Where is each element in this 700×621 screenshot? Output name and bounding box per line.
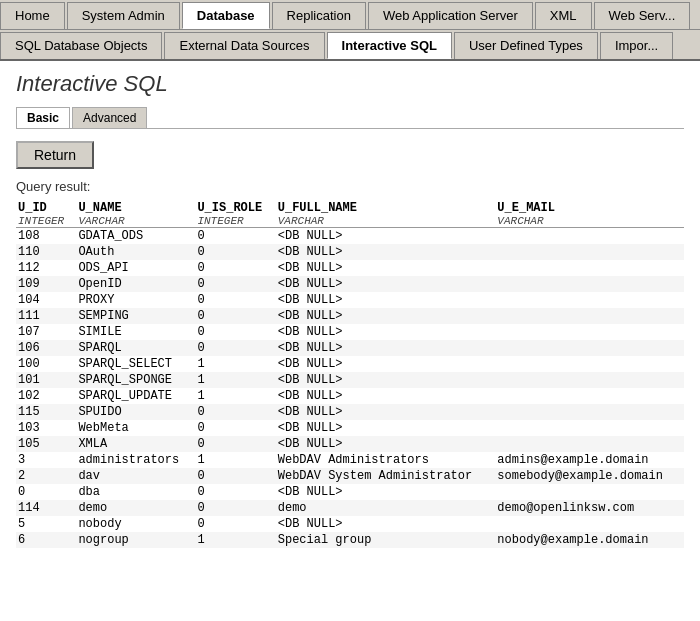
table-cell: <DB NULL> xyxy=(276,228,496,245)
tab-xml[interactable]: XML xyxy=(535,2,592,29)
table-cell: WebDAV Administrators xyxy=(276,452,496,468)
table-cell: GDATA_ODS xyxy=(76,228,195,245)
table-cell: 114 xyxy=(16,500,76,516)
tab-replication[interactable]: Replication xyxy=(272,2,366,29)
table-cell: nogroup xyxy=(76,532,195,548)
table-cell: 103 xyxy=(16,420,76,436)
table-cell xyxy=(495,292,684,308)
table-cell: nobody xyxy=(76,516,195,532)
table-cell: 0 xyxy=(195,260,275,276)
table-cell: SPARQL xyxy=(76,340,195,356)
table-cell xyxy=(495,244,684,260)
table-cell: <DB NULL> xyxy=(276,516,496,532)
table-cell: dba xyxy=(76,484,195,500)
table-row: 105XMLA0<DB NULL> xyxy=(16,436,684,452)
table-cell: Special group xyxy=(276,532,496,548)
table-cell: 0 xyxy=(195,468,275,484)
tab-home[interactable]: Home xyxy=(0,2,65,29)
table-row: 111SEMPING0<DB NULL> xyxy=(16,308,684,324)
table-cell: SPARQL_SELECT xyxy=(76,356,195,372)
table-cell: demo@openlinksw.com xyxy=(495,500,684,516)
table-row: 0dba0<DB NULL> xyxy=(16,484,684,500)
result-table: U_ID INTEGER U_NAME VARCHAR U_IS_ROLE IN… xyxy=(16,200,684,548)
table-row: 107SIMILE0<DB NULL> xyxy=(16,324,684,340)
table-cell: 100 xyxy=(16,356,76,372)
table-cell xyxy=(495,228,684,245)
tab-web-application-server[interactable]: Web Application Server xyxy=(368,2,533,29)
table-cell: <DB NULL> xyxy=(276,436,496,452)
table-row: 101SPARQL_SPONGE1<DB NULL> xyxy=(16,372,684,388)
table-cell: 0 xyxy=(195,420,275,436)
tab-interactive-sql[interactable]: Interactive SQL xyxy=(327,32,452,59)
col-header-uname: U_NAME VARCHAR xyxy=(76,200,195,228)
tab-external-data-sources[interactable]: External Data Sources xyxy=(164,32,324,59)
page-title: Interactive SQL xyxy=(16,71,684,97)
table-cell: <DB NULL> xyxy=(276,484,496,500)
table-cell: 0 xyxy=(195,276,275,292)
table-cell: SEMPING xyxy=(76,308,195,324)
table-row: 112ODS_API0<DB NULL> xyxy=(16,260,684,276)
table-cell: PROXY xyxy=(76,292,195,308)
table-row: 3administrators1WebDAV Administratorsadm… xyxy=(16,452,684,468)
table-cell: <DB NULL> xyxy=(276,260,496,276)
table-cell: OpenID xyxy=(76,276,195,292)
sub-tabs: Basic Advanced xyxy=(16,107,684,129)
table-cell: <DB NULL> xyxy=(276,244,496,260)
table-cell: 107 xyxy=(16,324,76,340)
col-header-uisrole: U_IS_ROLE INTEGER xyxy=(195,200,275,228)
table-cell: 0 xyxy=(195,484,275,500)
table-cell xyxy=(495,388,684,404)
table-cell: ODS_API xyxy=(76,260,195,276)
table-cell: SPARQL_SPONGE xyxy=(76,372,195,388)
table-cell: XMLA xyxy=(76,436,195,452)
table-cell: 105 xyxy=(16,436,76,452)
sub-tab-advanced[interactable]: Advanced xyxy=(72,107,147,128)
table-cell: 0 xyxy=(195,324,275,340)
table-cell xyxy=(495,324,684,340)
tab-system-admin[interactable]: System Admin xyxy=(67,2,180,29)
sub-tab-basic[interactable]: Basic xyxy=(16,107,70,128)
table-cell xyxy=(495,484,684,500)
table-cell: 0 xyxy=(195,436,275,452)
table-row: 6nogroup1Special groupnobody@example.dom… xyxy=(16,532,684,548)
table-cell: <DB NULL> xyxy=(276,308,496,324)
table-row: 114demo0demodemo@openlinksw.com xyxy=(16,500,684,516)
page-content: Interactive SQL Basic Advanced Return Qu… xyxy=(0,61,700,621)
table-cell xyxy=(495,356,684,372)
table-row: 100SPARQL_SELECT1<DB NULL> xyxy=(16,356,684,372)
return-button[interactable]: Return xyxy=(16,141,94,169)
table-cell: 0 xyxy=(195,404,275,420)
table-cell xyxy=(495,404,684,420)
tab-web-serv[interactable]: Web Serv... xyxy=(594,2,691,29)
table-cell: <DB NULL> xyxy=(276,388,496,404)
table-cell xyxy=(495,276,684,292)
tab-sql-database-objects[interactable]: SQL Database Objects xyxy=(0,32,162,59)
table-cell: 112 xyxy=(16,260,76,276)
table-cell xyxy=(495,340,684,356)
table-cell: 111 xyxy=(16,308,76,324)
table-cell xyxy=(495,372,684,388)
table-cell xyxy=(495,436,684,452)
tab-import[interactable]: Impor... xyxy=(600,32,673,59)
table-cell: <DB NULL> xyxy=(276,340,496,356)
table-cell: demo xyxy=(76,500,195,516)
table-cell: <DB NULL> xyxy=(276,276,496,292)
table-cell: OAuth xyxy=(76,244,195,260)
table-cell: 102 xyxy=(16,388,76,404)
table-cell: <DB NULL> xyxy=(276,420,496,436)
table-cell: <DB NULL> xyxy=(276,324,496,340)
table-row: 110OAuth0<DB NULL> xyxy=(16,244,684,260)
table-cell: 0 xyxy=(16,484,76,500)
table-cell: 1 xyxy=(195,452,275,468)
table-cell: WebDAV System Administrator xyxy=(276,468,496,484)
tab-database[interactable]: Database xyxy=(182,2,270,29)
table-cell: 115 xyxy=(16,404,76,420)
table-row: 5nobody0<DB NULL> xyxy=(16,516,684,532)
table-cell: WebMeta xyxy=(76,420,195,436)
tab-user-defined-types[interactable]: User Defined Types xyxy=(454,32,598,59)
table-cell: 2 xyxy=(16,468,76,484)
table-cell: 0 xyxy=(195,292,275,308)
table-cell: 1 xyxy=(195,372,275,388)
table-cell: 108 xyxy=(16,228,76,245)
table-row: 2dav0WebDAV System Administratorsomebody… xyxy=(16,468,684,484)
